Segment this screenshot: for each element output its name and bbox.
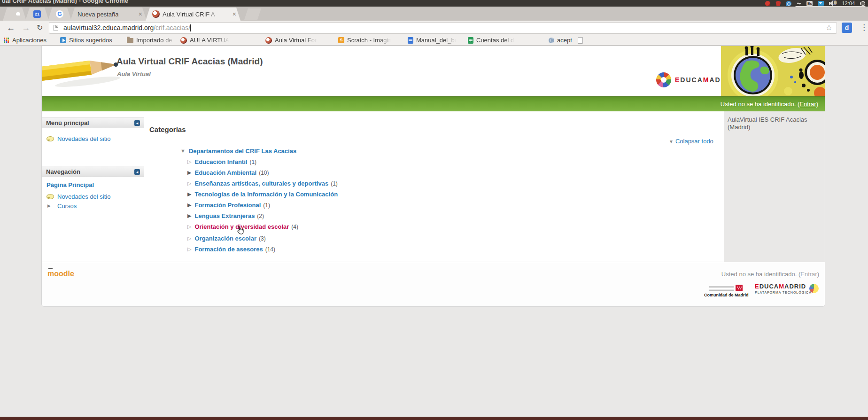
- sidebar-item-novedades[interactable]: Novedades del sitio: [57, 135, 110, 142]
- tab-aula-virtual-active[interactable]: Aula Virtual CRIF A ×: [146, 8, 240, 21]
- bookmark-sitios-sugeridos[interactable]: Sitios sugeridos: [60, 35, 112, 45]
- sidebar-item-novedades-2[interactable]: Novedades del sitio: [57, 193, 110, 200]
- volume-icon[interactable]: ))): [829, 1, 837, 6]
- comunidad-caption: Comunidad de Madrid: [704, 293, 747, 297]
- url-text[interactable]: aulavirtual32.educa.madrid.org/crif.acac…: [63, 24, 191, 31]
- category-row: ▷Enseñanzas artísticas, culturales y dep…: [187, 179, 338, 188]
- pinned-tab-google[interactable]: G: [48, 8, 71, 21]
- entrar-link-footer[interactable]: Entrar: [800, 271, 817, 278]
- close-icon[interactable]: ×: [139, 10, 142, 18]
- expand-toggle-icon[interactable]: ▶: [187, 170, 191, 175]
- page-title: Aula Virtual CRIF Acacias (Madrid): [116, 56, 263, 67]
- pinned-tab-evernote[interactable]: [3, 8, 26, 21]
- dock-block-icon[interactable]: ◂: [134, 120, 140, 126]
- clock[interactable]: 12:04: [842, 0, 855, 6]
- category-link[interactable]: Lenguas Extranjeras: [194, 212, 255, 219]
- mail-icon[interactable]: [818, 1, 824, 6]
- micro-text-lines: [709, 285, 734, 291]
- page-icon: [54, 25, 58, 31]
- new-tab-button[interactable]: [244, 8, 261, 20]
- expand-toggle-icon[interactable]: ▶: [187, 213, 191, 218]
- category-link[interactable]: Educación Ambiental: [194, 169, 256, 176]
- expand-toggle-icon[interactable]: ▷: [187, 246, 191, 252]
- bookmark-untitled[interactable]: [578, 35, 586, 45]
- category-link[interactable]: Formación de asesores: [194, 246, 263, 253]
- expand-toggle-icon[interactable]: ▷: [187, 180, 191, 186]
- tab-nueva-pestana[interactable]: Nueva pestaña ×: [70, 8, 147, 21]
- chrome-menu-icon[interactable]: ⋮: [860, 22, 868, 33]
- chat-sync-icon[interactable]: [786, 1, 791, 6]
- category-row: ▷Formación de asesores(14): [187, 245, 275, 254]
- comunidad-de-madrid-logo[interactable]: Comunidad de Madrid: [704, 285, 747, 297]
- educamadrid-circle-icon: [656, 72, 671, 87]
- expand-toggle-icon[interactable]: ▶: [187, 191, 191, 197]
- keyboard-layout-icon[interactable]: Es: [806, 1, 813, 6]
- pinned-tab-calendar[interactable]: 21: [25, 8, 49, 21]
- block-title: Menú principal: [46, 119, 89, 126]
- madrid-flag-icon: [736, 285, 743, 291]
- browser-toolbar: ← → ↻ aulavirtual32.educa.madrid.org/cri…: [0, 21, 868, 35]
- bookmark-importado[interactable]: Importado de In: [127, 35, 176, 45]
- category-link[interactable]: Tecnologías de la Información y la Comun…: [194, 191, 338, 198]
- dock-block-icon[interactable]: ◂: [134, 169, 140, 175]
- bookmarks-bar: Aplicaciones Sitios sugeridos Importado …: [0, 35, 868, 46]
- reload-button[interactable]: ↻: [37, 22, 43, 33]
- suggested-sites-icon: [60, 37, 66, 43]
- antivirus-shield-icon[interactable]: [775, 1, 781, 6]
- network-arrows-icon[interactable]: [797, 1, 801, 6]
- bookmark-aula-virtual-1[interactable]: AULA VIRTUAL -: [180, 35, 230, 45]
- sidebar-item-pagina-principal[interactable]: Página Principal: [46, 181, 94, 188]
- back-button[interactable]: ←: [7, 22, 15, 33]
- category-link[interactable]: Enseñanzas artísticas, culturales y depo…: [194, 180, 328, 187]
- collapse-all-link[interactable]: Colapsar todo: [675, 138, 713, 145]
- category-link[interactable]: Educación Infantil: [194, 158, 247, 165]
- expand-toggle-icon[interactable]: ▷: [187, 159, 191, 164]
- extension-d-button[interactable]: d: [842, 23, 852, 33]
- bookmark-manual[interactable]: Manual_del_bue: [408, 35, 457, 45]
- apps-grid-icon: [4, 38, 5, 39]
- bookmark-aplicaciones[interactable]: Aplicaciones: [4, 35, 46, 45]
- educamadrid-footer-logo[interactable]: EDUCAMADRID PLATAFORMA TECNOLÓGICA: [755, 283, 825, 294]
- docked-blocks-column: AulaVirtual IES CRIF Acacias (Madrid): [724, 111, 825, 262]
- close-icon[interactable]: ×: [232, 10, 236, 18]
- scratch-icon: S: [338, 37, 344, 43]
- address-bar[interactable]: aulavirtual32.educa.madrid.org/crif.acac…: [49, 22, 837, 34]
- navegacion-block-header: Navegación ◂: [42, 166, 144, 177]
- category-link[interactable]: Organización escolar: [194, 235, 256, 242]
- expand-toggle-icon[interactable]: ▶: [187, 202, 191, 208]
- entrar-link[interactable]: Entrar: [799, 101, 816, 108]
- bookmark-cuentas[interactable]: Cuentas del dep: [468, 35, 516, 45]
- login-info-bar: Usted no se ha identificado. (Entrar): [42, 96, 825, 111]
- document-icon: [408, 37, 413, 44]
- expand-triangle-icon[interactable]: ▶: [47, 203, 51, 208]
- bookmark-aula-virtual-2[interactable]: Aula Virtual Forn: [265, 35, 318, 45]
- educamadrid-tagline: PLATAFORMA TECNOLÓGICA: [755, 291, 825, 294]
- bookmark-star-icon[interactable]: ☆: [826, 23, 832, 32]
- category-row: ▶Formación Profesional(1): [187, 201, 270, 210]
- moodle-logo[interactable]: moodle: [47, 270, 74, 278]
- bookmark-scratch[interactable]: SScratch - Imagina: [338, 35, 392, 45]
- session-gear-icon[interactable]: [860, 1, 865, 6]
- tab-bar: 21 G Nueva pestaña × Aula Virtual CRIF A…: [0, 7, 868, 21]
- bottom-edge-strip: [0, 417, 868, 420]
- expand-toggle-icon[interactable]: ▷: [187, 235, 191, 241]
- screen-record-icon[interactable]: [765, 1, 770, 6]
- spreadsheet-icon: [468, 37, 473, 44]
- header-artwork-image: [721, 46, 825, 96]
- calendar-icon: 21: [33, 10, 41, 18]
- url-host: aulavirtual32.educa.madrid.org: [63, 24, 154, 31]
- sidebar-item-cursos[interactable]: Cursos: [57, 202, 77, 210]
- footer-login-info: Usted no se ha identificado. (Entrar): [721, 271, 819, 278]
- bookmark-acept[interactable]: acept: [549, 35, 572, 45]
- system-tray: Es ))) 12:04: [765, 0, 865, 7]
- category-link[interactable]: Departamentos del CRIF Las Acacias: [189, 148, 296, 155]
- collapse-toggle-icon[interactable]: ▼: [180, 148, 186, 154]
- category-link[interactable]: Formación Profesional: [194, 202, 261, 209]
- text-cursor: [190, 24, 191, 31]
- forum-bubble-icon: [46, 136, 54, 141]
- forward-button[interactable]: →: [22, 22, 30, 33]
- expand-toggle-icon[interactable]: ▷: [187, 224, 191, 229]
- screen: ual CRIF Acacias (Madrid) - Google Chrom…: [0, 0, 868, 420]
- category-row: ▷Educación Infantil(1): [187, 157, 256, 167]
- google-icon: G: [56, 10, 63, 18]
